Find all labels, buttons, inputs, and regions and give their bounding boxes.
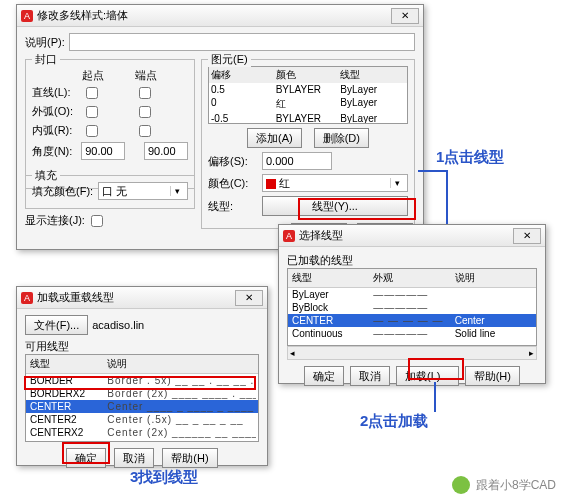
close-icon[interactable]: ✕ [391, 8, 419, 24]
table-row: ByBlock————— [288, 301, 536, 314]
elem-row: -0.5BYLAYERByLayer [209, 112, 407, 124]
outer-start-chk[interactable] [86, 106, 98, 118]
app-icon: A [283, 230, 295, 242]
ok-button[interactable]: 确定 [66, 448, 106, 468]
window-title: 选择线型 [299, 228, 343, 243]
col-end: 端点 [135, 68, 188, 83]
file-button[interactable]: 文件(F)... [25, 315, 88, 335]
table-row: Continuous—————Solid line [288, 327, 536, 340]
outer-label: 外弧(O): [32, 104, 82, 119]
fill-color-select[interactable]: 口 无▾ [98, 182, 188, 200]
chevron-down-icon: ▾ [170, 186, 184, 196]
elements-legend: 图元(E) [208, 52, 251, 67]
table-row: CENTERX2Center (2x) ______ __ ______ [26, 426, 258, 439]
window-title: 加载或重载线型 [37, 290, 114, 305]
close-icon[interactable]: ✕ [513, 228, 541, 244]
titlebar: A选择线型 ✕ [279, 225, 545, 247]
linetype-table[interactable]: 线型外观说明 ByLayer————— ByBlock————— CENTER—… [287, 268, 537, 346]
ok-button[interactable]: 确定 [304, 366, 344, 386]
delete-button[interactable]: 删除(D) [314, 128, 369, 148]
description-input[interactable] [69, 33, 415, 51]
offset-label: 偏移(S): [208, 154, 258, 169]
elem-row: 0.5BYLAYERByLayer [209, 83, 407, 96]
horizontal-scrollbar[interactable]: ◂▸ [287, 346, 537, 360]
load-button[interactable]: 加载(L)... [396, 366, 459, 386]
help-button[interactable]: 帮助(H) [162, 448, 217, 468]
add-button[interactable]: 添加(A) [247, 128, 302, 148]
inner-start-chk[interactable] [86, 125, 98, 137]
angle-label: 角度(N): [32, 144, 77, 159]
file-name: acadiso.lin [92, 319, 144, 331]
scroll-left-icon: ◂ [290, 348, 295, 358]
color-label: 颜色(C): [208, 176, 258, 191]
inner-label: 内弧(R): [32, 123, 82, 138]
col-start: 起点 [82, 68, 135, 83]
line-label: 直线(L): [32, 85, 82, 100]
footer-credit: 跟着小8学CAD [452, 476, 556, 494]
callout-3: 3找到线型 [130, 468, 198, 487]
fill-legend: 填充 [32, 168, 60, 183]
available-table[interactable]: 线型说明 BORDERBorder . 5x) __ __ . __ __ . … [25, 354, 259, 442]
callout-1: 1点击线型 [436, 148, 504, 167]
elem-row: 0红ByLayer [209, 96, 407, 112]
chevron-down-icon: ▾ [390, 178, 404, 188]
load-linetype-dialog: A加载或重载线型 ✕ 文件(F)... acadiso.lin 可用线型 线型说… [16, 286, 268, 466]
elements-list[interactable]: 偏移颜色线型 0.5BYLAYERByLayer 0红ByLayer -0.5B… [208, 66, 408, 124]
table-row-selected: CENTER— — — — —Center [288, 314, 536, 327]
arrow-line [434, 382, 436, 412]
multiline-style-dialog: A修改多线样式:墙体 ✕ 说明(P): 封口 起点 端点 直线(L): 外弧(O… [16, 4, 424, 250]
arrow-line [418, 170, 448, 172]
titlebar: A加载或重载线型 ✕ [17, 287, 267, 309]
table-row: BORDERX2Border (2x) ____ ____ . ____ [26, 387, 258, 400]
table-row-selected: CENTERCenter ____ _ ____ _ ____ [26, 400, 258, 413]
cancel-button[interactable]: 取消 [114, 448, 154, 468]
help-button[interactable]: 帮助(H) [465, 366, 520, 386]
callout-2: 2点击加载 [360, 412, 428, 431]
joints-label: 显示连接(J): [25, 213, 85, 228]
table-row: BORDERBorder . 5x) __ __ . __ __ . [26, 374, 258, 387]
available-label: 可用线型 [25, 339, 259, 354]
wechat-icon [452, 476, 470, 494]
color-select[interactable]: 红▾ [262, 174, 408, 192]
select-linetype-dialog: A选择线型 ✕ 已加载的线型 线型外观说明 ByLayer————— ByBlo… [278, 224, 546, 384]
inner-end-chk[interactable] [139, 125, 151, 137]
app-icon: A [21, 10, 33, 22]
offset-input[interactable] [262, 152, 332, 170]
app-icon: A [21, 292, 33, 304]
outer-end-chk[interactable] [139, 106, 151, 118]
loaded-label: 已加载的线型 [287, 253, 537, 268]
linetype-row-label: 线型: [208, 199, 258, 214]
titlebar: A修改多线样式:墙体 ✕ [17, 5, 423, 27]
window-title: 修改多线样式:墙体 [37, 8, 128, 23]
table-row: CENTER2Center (.5x) __ _ __ _ __ [26, 413, 258, 426]
fill-group: 填充 填充颜色(F):口 无▾ [25, 175, 195, 209]
fill-color-label: 填充颜色(F): [32, 184, 94, 199]
linetype-button[interactable]: 线型(Y)... [262, 196, 408, 216]
arrow-line [446, 170, 448, 224]
elements-group: 图元(E) 偏移颜色线型 0.5BYLAYERByLayer 0红ByLayer… [201, 59, 415, 229]
caps-legend: 封口 [32, 52, 60, 67]
angle-start[interactable] [81, 142, 125, 160]
table-row: ByLayer————— [288, 288, 536, 301]
description-label: 说明(P): [25, 35, 65, 50]
line-start-chk[interactable] [86, 87, 98, 99]
credit-text: 跟着小8学CAD [476, 477, 556, 494]
joints-chk[interactable] [91, 215, 103, 227]
line-end-chk[interactable] [139, 87, 151, 99]
table-row: DASHDOTDash dot __ . __ . __ [26, 439, 258, 442]
cancel-button[interactable]: 取消 [350, 366, 390, 386]
scroll-right-icon: ▸ [529, 348, 534, 358]
angle-end[interactable] [144, 142, 188, 160]
close-icon[interactable]: ✕ [235, 290, 263, 306]
